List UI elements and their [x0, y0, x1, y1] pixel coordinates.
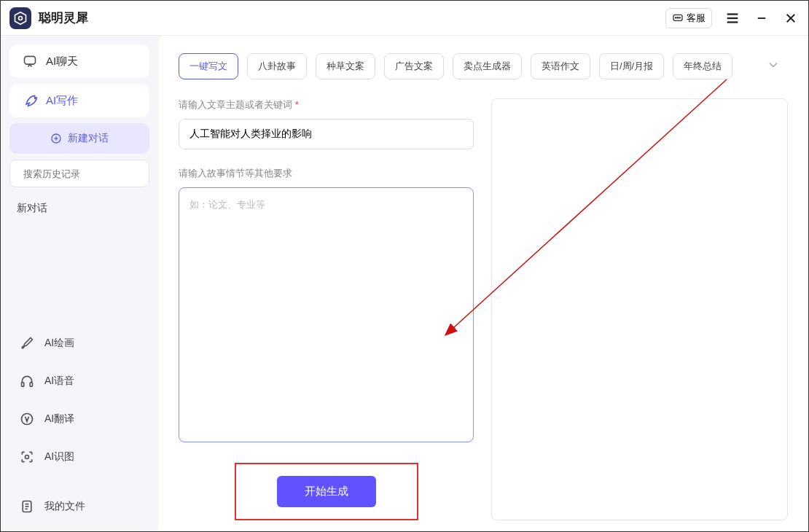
- chat-bubble-icon: [672, 12, 684, 24]
- svg-point-4: [677, 17, 678, 17]
- search-input[interactable]: [23, 168, 146, 179]
- svg-rect-19: [30, 383, 32, 387]
- generate-highlight-box: 开始生成: [235, 463, 418, 520]
- sidebar-tool-ai-painting[interactable]: AI绘画: [9, 327, 149, 359]
- header-right: 客服: [665, 8, 800, 28]
- svg-point-21: [26, 455, 29, 459]
- history-item[interactable]: 新对话: [9, 193, 149, 224]
- file-icon: [20, 499, 34, 514]
- sidebar-tool-ai-voice[interactable]: AI语音: [9, 365, 149, 397]
- generate-row: 开始生成: [179, 463, 474, 520]
- feather-icon: [23, 93, 37, 108]
- app-logo-icon: [9, 7, 31, 29]
- svg-point-3: [676, 17, 676, 17]
- menu-icon: [724, 10, 740, 26]
- chat-icon: [23, 54, 37, 69]
- svg-point-5: [679, 17, 680, 17]
- tabs-expand-button[interactable]: [759, 53, 788, 79]
- app-title: 聪明灵犀: [39, 9, 88, 26]
- tab-english-essay[interactable]: 英语作文: [531, 53, 590, 79]
- window-titlebar: 聪明灵犀 客服: [1, 1, 808, 36]
- headphones-icon: [20, 374, 34, 388]
- tool-label: AI绘画: [44, 337, 74, 350]
- tab-one-click-write[interactable]: 一键写文: [179, 53, 238, 79]
- sidebar-tool-ai-image[interactable]: AI识图: [9, 441, 149, 473]
- story-label: 请输入故事情节等其他要求: [179, 167, 474, 180]
- main-panel: 一键写文 八卦故事 种草文案 广告文案 卖点生成器 英语作文 日/周/月报 年终…: [158, 36, 808, 531]
- close-icon: [784, 12, 797, 25]
- search-box[interactable]: [9, 160, 149, 187]
- tool-label: AI语音: [44, 375, 74, 388]
- sidebar-item-label: AI聊天: [46, 55, 78, 69]
- form-left: 请输入文章主题或者关键词 * 请输入故事情节等其他要求 开始生成: [179, 98, 474, 520]
- chevron-down-icon: [766, 58, 781, 72]
- sidebar-tool-ai-translate[interactable]: AI翻译: [9, 403, 149, 435]
- sidebar-my-files[interactable]: 我的文件: [9, 490, 149, 523]
- plus-circle-icon: [50, 133, 62, 144]
- generate-button[interactable]: 开始生成: [277, 476, 376, 507]
- svg-rect-18: [22, 383, 24, 387]
- story-textarea[interactable]: [179, 187, 474, 442]
- header-left: 聪明灵犀: [9, 7, 88, 29]
- tab-ad-copy[interactable]: 广告文案: [384, 53, 444, 79]
- tool-label: AI翻译: [44, 412, 74, 426]
- minimize-icon: [755, 12, 768, 25]
- tool-label: AI识图: [44, 450, 74, 463]
- topic-label: 请输入文章主题或者关键词 *: [179, 98, 474, 112]
- sidebar-item-label: AI写作: [46, 94, 78, 108]
- brush-icon: [20, 336, 34, 351]
- tab-year-summary[interactable]: 年终总结: [673, 53, 732, 79]
- svg-point-1: [19, 16, 23, 20]
- customer-service-label: 客服: [687, 12, 706, 25]
- menu-button[interactable]: [724, 9, 741, 27]
- topic-input[interactable]: [179, 119, 474, 149]
- new-chat-button[interactable]: 新建对话: [9, 123, 149, 154]
- tab-report[interactable]: 日/周/月报: [599, 53, 664, 79]
- content-area: AI聊天 AI写作 新建对话 新对话 AI绘画 AI语音 AI翻译: [1, 36, 808, 531]
- sidebar-item-ai-writing[interactable]: AI写作: [9, 84, 149, 117]
- template-tabs: 一键写文 八卦故事 种草文案 广告文案 卖点生成器 英语作文 日/周/月报 年终…: [179, 53, 788, 79]
- my-files-label: 我的文件: [44, 500, 85, 513]
- close-button[interactable]: [782, 9, 800, 27]
- tab-gossip-story[interactable]: 八卦故事: [247, 53, 307, 79]
- image-scan-icon: [20, 450, 34, 464]
- new-chat-label: 新建对话: [68, 132, 109, 145]
- customer-service-button[interactable]: 客服: [665, 8, 712, 28]
- tab-seed-copy[interactable]: 种草文案: [316, 53, 375, 79]
- svg-marker-0: [15, 12, 26, 24]
- tab-selling-point[interactable]: 卖点生成器: [453, 53, 522, 79]
- svg-rect-12: [25, 56, 36, 64]
- form-row: 请输入文章主题或者关键词 * 请输入故事情节等其他要求 开始生成: [179, 98, 788, 520]
- output-panel: [491, 98, 788, 520]
- required-mark: *: [295, 99, 299, 110]
- sidebar-item-ai-chat[interactable]: AI聊天: [9, 44, 149, 78]
- minimize-button[interactable]: [753, 9, 770, 27]
- translate-icon: [20, 412, 34, 426]
- sidebar: AI聊天 AI写作 新建对话 新对话 AI绘画 AI语音 AI翻译: [1, 36, 158, 531]
